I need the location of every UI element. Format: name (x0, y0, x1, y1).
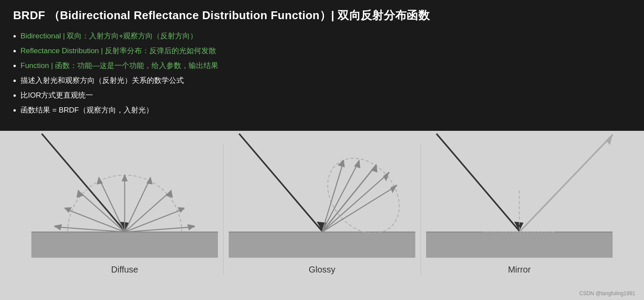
bullet-white-5: 比IOR方式更直观统一 (21, 90, 93, 100)
svg-rect-22 (229, 232, 415, 258)
bullet-green-1: Bidirectional | 双向：入射方向+观察方向（反射方向） (21, 31, 197, 41)
svg-line-24 (239, 133, 322, 231)
glossy-diagram: Glossy (224, 118, 420, 275)
bullet-green-2: Reflectance Distribution | 反射率分布：反弹后的光如何… (21, 46, 216, 56)
top-section: BRDF （Bidirectional Reflectance Distribu… (0, 0, 644, 131)
svg-marker-34 (383, 171, 389, 181)
svg-marker-7 (146, 177, 152, 184)
diffuse-label: Diffuse (111, 265, 138, 275)
svg-line-39 (437, 133, 520, 231)
list-item: 函数结果 = BRDF（观察方向，入射光） (13, 105, 631, 116)
diagrams-section: Diffuse (0, 131, 644, 300)
svg-marker-30 (354, 160, 360, 168)
glossy-svg (224, 118, 420, 258)
svg-line-33 (322, 172, 389, 232)
svg-line-2 (42, 133, 125, 231)
svg-marker-15 (96, 177, 103, 184)
page-title: BRDF （Bidirectional Reflectance Distribu… (13, 8, 631, 23)
svg-rect-0 (31, 232, 218, 258)
glossy-label: Glossy (309, 265, 335, 275)
svg-line-43 (520, 135, 613, 232)
svg-line-8 (125, 191, 172, 232)
svg-marker-5 (121, 174, 127, 181)
svg-line-27 (322, 164, 377, 232)
svg-marker-32 (337, 160, 345, 167)
diffuse-diagram: Diffuse (26, 118, 223, 275)
bullet-white-4: 描述入射光和观察方向（反射光）关系的数学公式 (21, 75, 184, 85)
list-item: Function | 函数：功能—这是一个功能，给入参数，输出结果 (13, 61, 631, 71)
mirror-svg (421, 118, 618, 258)
svg-rect-37 (426, 232, 613, 258)
watermark: CSDN @tangfuling1991 (579, 290, 635, 297)
mirror-diagram: Mirror (421, 118, 618, 275)
mirror-label: Mirror (508, 265, 530, 275)
svg-marker-44 (606, 133, 613, 145)
svg-marker-11 (178, 207, 185, 213)
svg-line-16 (78, 191, 125, 232)
list-item: Bidirectional | 双向：入射方向+观察方向（反射方向） (13, 31, 631, 41)
svg-line-35 (322, 185, 397, 232)
list-item: 描述入射光和观察方向（反射光）关系的数学公式 (13, 75, 631, 86)
bullet-green-3: Function | 函数：功能—这是一个功能，给入参数，输出结果 (21, 61, 218, 71)
bullet-white-6: 函数结果 = BRDF（观察方向，入射光） (21, 105, 153, 115)
diagrams-row: Diffuse (0, 131, 644, 275)
svg-marker-19 (64, 207, 72, 213)
diffuse-svg (26, 118, 223, 258)
list-item: 比IOR方式更直观统一 (13, 90, 631, 101)
list-item: Reflectance Distribution | 反射率分布：反弹后的光如何… (13, 46, 631, 56)
bullet-list: Bidirectional | 双向：入射方向+观察方向（反射方向） Refle… (13, 31, 631, 116)
